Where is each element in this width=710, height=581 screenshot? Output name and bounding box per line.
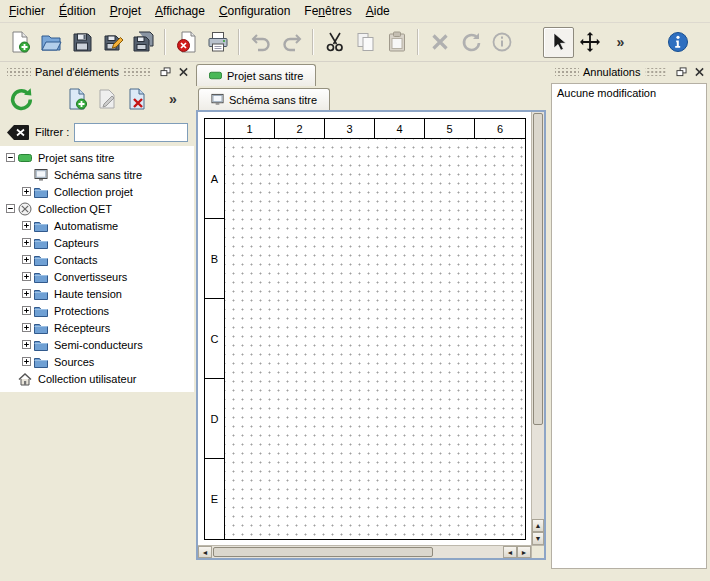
tree-item-collection-utilisateur[interactable]: Collection utilisateur [2, 370, 194, 387]
scroll-left-button-right-end[interactable]: ◄ [503, 546, 517, 558]
horizontal-scrollbar-track[interactable] [434, 546, 503, 558]
tree-item-collection-projet[interactable]: Collection projet [2, 183, 194, 200]
print-button[interactable] [202, 27, 233, 58]
cut-button[interactable] [319, 27, 350, 58]
panel-overflow-button[interactable]: » [158, 83, 188, 115]
tab-project[interactable]: Projet sans titre [196, 64, 316, 86]
float-panel-button[interactable] [157, 65, 173, 79]
diagram-canvas[interactable]: 123456 ABCDE [198, 112, 531, 545]
expander-plus-icon[interactable] [18, 272, 34, 281]
menu-edition[interactable]: Édition [52, 1, 103, 21]
new-project-button[interactable] [4, 27, 35, 58]
toolbar-separator [417, 29, 419, 55]
tree-item-projet-sans-titre[interactable]: Projet sans titre [2, 149, 194, 166]
toolbar-overflow-button[interactable]: » [605, 27, 636, 58]
filter-input[interactable] [74, 123, 188, 142]
expander-plus-icon[interactable] [18, 323, 34, 332]
save-button[interactable] [66, 27, 97, 58]
folder-icon [34, 304, 52, 318]
menu-fenetres[interactable]: Fenêtres [297, 1, 358, 21]
edit-element-button[interactable] [92, 83, 122, 115]
expander-plus-icon[interactable] [18, 306, 34, 315]
expander-plus-icon[interactable] [18, 238, 34, 247]
horizontal-scrollbar[interactable]: ◄ ◄ ► [198, 545, 531, 558]
tree-item-label: Semi-conducteurs [52, 339, 143, 351]
tree-item-capteurs[interactable]: Capteurs [2, 234, 194, 251]
dock-grip[interactable] [7, 68, 31, 76]
menu-configuration[interactable]: Configuration [212, 1, 297, 21]
open-project-button[interactable] [35, 27, 66, 58]
scroll-right-button[interactable]: ► [517, 546, 531, 558]
pan-mode-button[interactable] [574, 27, 605, 58]
expander-plus-icon[interactable] [18, 289, 34, 298]
tree-item-label: Convertisseurs [52, 271, 127, 283]
save-as-button[interactable] [97, 27, 128, 58]
undo-list-item[interactable]: Aucune modification [555, 86, 703, 100]
horizontal-scrollbar-thumb[interactable] [213, 547, 433, 557]
vertical-scrollbar-track[interactable] [532, 426, 544, 519]
delete-button[interactable] [424, 27, 455, 58]
undo-panel-titlebar[interactable]: Annulations [551, 64, 707, 80]
save-all-button[interactable] [128, 27, 159, 58]
rotate-button[interactable] [455, 27, 486, 58]
close-panel-button[interactable] [691, 65, 707, 79]
expander-plus-icon[interactable] [18, 357, 34, 366]
tree-item-semi-conducteurs[interactable]: Semi-conducteurs [2, 336, 194, 353]
new-element-button[interactable] [62, 83, 92, 115]
tree-item-collection-qet[interactable]: Collection QET [2, 200, 194, 217]
scroll-down-button[interactable]: ▼ [532, 532, 544, 545]
select-mode-button[interactable] [543, 27, 574, 58]
copy-button[interactable] [350, 27, 381, 58]
float-panel-button[interactable] [673, 65, 689, 79]
tree-item-sources[interactable]: Sources [2, 353, 194, 370]
menu-fichier[interactable]: Fichier [2, 1, 52, 21]
tree-item-protections[interactable]: Protections [2, 302, 194, 319]
expander-minus-icon[interactable] [2, 153, 18, 162]
paste-button[interactable] [381, 27, 412, 58]
redo-icon [280, 30, 304, 54]
tree-item-automatisme[interactable]: Automatisme [2, 217, 194, 234]
expander-plus-icon[interactable] [18, 221, 34, 230]
column-header: 3 [325, 119, 375, 138]
expander-minus-icon[interactable] [2, 204, 18, 213]
delete-element-button[interactable] [122, 83, 152, 115]
about-button[interactable] [662, 27, 693, 58]
tree-item-recepteurs[interactable]: Récepteurs [2, 319, 194, 336]
float-icon [160, 67, 171, 77]
chevron-double-icon: » [617, 34, 625, 50]
tree-item-haute-tension[interactable]: Haute tension [2, 285, 194, 302]
close-file-icon [175, 30, 199, 54]
scroll-up-button[interactable]: ▲ [532, 519, 544, 532]
close-project-button[interactable] [171, 27, 202, 58]
expander-plus-icon[interactable] [18, 340, 34, 349]
tab-schema[interactable]: Schéma sans titre [198, 88, 330, 110]
elements-panel-titlebar[interactable]: Panel d'éléments [3, 64, 191, 80]
tree-item-convertisseurs[interactable]: Convertisseurs [2, 268, 194, 285]
conductor-properties-button[interactable] [486, 27, 517, 58]
clear-filter-button[interactable] [6, 124, 30, 141]
workspace: Projet sans titre Schéma sans titre 1234… [194, 62, 548, 581]
diagram-window: 123456 ABCDE ▲ ▼ ◄ ◄ ► [196, 110, 546, 560]
vertical-scrollbar[interactable]: ▲ ▼ [531, 112, 544, 545]
tree-item-contacts[interactable]: Contacts [2, 251, 194, 268]
column-ruler: 123456 [225, 119, 525, 139]
reload-collections-button[interactable] [6, 83, 36, 115]
tree-item-label: Projet sans titre [36, 152, 114, 164]
menu-aide[interactable]: Aide [359, 1, 397, 21]
dock-grip[interactable] [555, 68, 579, 76]
undo-list: Aucune modification [551, 83, 707, 569]
tree-item-schema-sans-titre[interactable]: Schéma sans titre [2, 166, 194, 183]
undo-button[interactable] [245, 27, 276, 58]
column-header: 2 [275, 119, 325, 138]
dock-grip[interactable] [645, 68, 668, 76]
grid-area[interactable] [225, 139, 525, 539]
expander-plus-icon[interactable] [18, 255, 34, 264]
vertical-scrollbar-thumb[interactable] [533, 113, 543, 425]
menu-affichage[interactable]: Affichage [148, 1, 212, 21]
expander-plus-icon[interactable] [18, 187, 34, 196]
redo-button[interactable] [276, 27, 307, 58]
dock-grip[interactable] [123, 68, 151, 76]
menu-projet[interactable]: Projet [103, 1, 148, 21]
scroll-left-button[interactable]: ◄ [198, 546, 212, 558]
close-panel-button[interactable] [175, 65, 191, 79]
